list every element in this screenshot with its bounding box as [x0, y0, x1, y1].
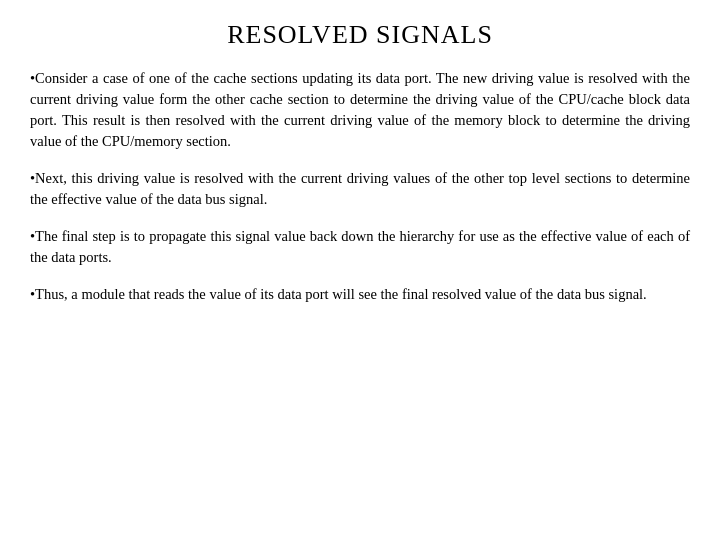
paragraph-3: •The final step is to propagate this sig… — [30, 226, 690, 268]
paragraph-4-text: •Thus, a module that reads the value of … — [30, 286, 647, 302]
paragraph-3-text: •The final step is to propagate this sig… — [30, 228, 690, 265]
paragraph-1-text: •Consider a case of one of the cache sec… — [30, 70, 690, 149]
content-area: •Consider a case of one of the cache sec… — [30, 68, 690, 305]
paragraph-2: •Next, this driving value is resolved wi… — [30, 168, 690, 210]
paragraph-1: •Consider a case of one of the cache sec… — [30, 68, 690, 152]
paragraph-4: •Thus, a module that reads the value of … — [30, 284, 690, 305]
page-title: RESOLVED SIGNALS — [30, 20, 690, 50]
paragraph-2-text: •Next, this driving value is resolved wi… — [30, 170, 690, 207]
page: RESOLVED SIGNALS •Consider a case of one… — [0, 0, 720, 540]
